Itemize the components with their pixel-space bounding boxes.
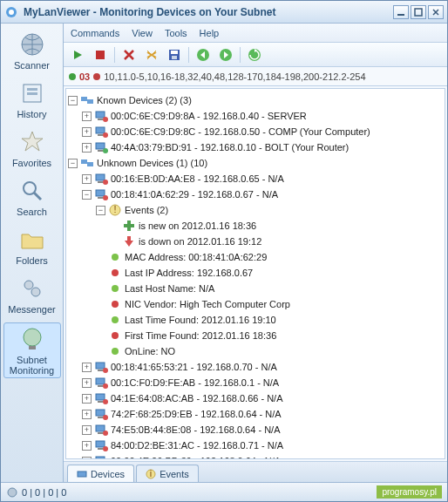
sidebar-item-scanner[interactable]: Scanner xyxy=(3,29,61,72)
tree-device-unknown[interactable]: +00:16:EB:0D:AA:E8 - 192.168.0.65 - N/A xyxy=(68,171,443,187)
tree-toggle[interactable]: + xyxy=(82,112,92,121)
row-text: Last Host Name: N/A xyxy=(125,283,214,294)
row-icon xyxy=(94,438,108,452)
row-icon xyxy=(94,109,108,123)
tree-toggle[interactable]: + xyxy=(82,363,92,372)
separator xyxy=(114,47,115,63)
tab-events[interactable]: i Events xyxy=(136,465,199,482)
tree-toggle[interactable]: + xyxy=(82,378,92,388)
row-text: 00:18:41:65:53:21 - 192.168.0.70 - N/A xyxy=(111,362,277,372)
refresh-button[interactable] xyxy=(246,46,263,64)
svg-point-10 xyxy=(24,281,33,289)
tree-event[interactable]: is down on 2012.01.16 19:12 xyxy=(68,234,443,249)
svg-rect-55 xyxy=(98,385,103,387)
sidebar: Scanner History Favorites Search Folders… xyxy=(1,24,64,482)
svg-rect-29 xyxy=(96,143,105,149)
row-text: 00:18:41:0A:62:29 - 192.168.0.67 - N/A xyxy=(111,189,278,200)
tree-toggle[interactable]: − xyxy=(68,96,78,105)
tree-device-unknown[interactable]: +04:1E:64:08:AC:AB - 192.168.0.66 - N/A xyxy=(68,390,443,406)
tab-devices[interactable]: Devices xyxy=(67,465,134,482)
row-text: 74:E5:0B:44:8E:08 - 192.168.0.64 - N/A xyxy=(111,424,280,435)
forward-button[interactable] xyxy=(217,46,234,64)
tree-events-group[interactable]: −!Events (2) xyxy=(68,202,443,218)
tree-toggle[interactable]: + xyxy=(82,441,92,451)
row-text: Known Devices (2) (3) xyxy=(97,95,192,105)
separator xyxy=(240,47,241,63)
tree-toggle[interactable]: + xyxy=(82,143,92,153)
svg-rect-16 xyxy=(171,51,178,54)
svg-rect-13 xyxy=(29,346,36,349)
svg-rect-60 xyxy=(96,410,105,416)
menu-view[interactable]: View xyxy=(132,28,153,38)
row-text: 00:0C:6E:C9:D9:8A - 192.168.0.40 - SERVE… xyxy=(111,111,307,121)
tree-toggle[interactable]: + xyxy=(82,425,92,435)
delete-button[interactable] xyxy=(120,46,138,64)
status-text: 0 | 0 | 0 | 0 xyxy=(22,487,66,498)
tree-device-selected[interactable]: −00:18:41:0A:62:29 - 192.168.0.67 - N/A xyxy=(68,187,443,202)
tree-property[interactable]: OnLine: NO xyxy=(68,343,443,359)
menu-tools[interactable]: Tools xyxy=(165,28,187,38)
tree-device-unknown[interactable]: +74:2F:68:25:D9:EB - 192.168.0.64 - N/A xyxy=(68,406,443,422)
tree-group-unknown[interactable]: −Unknown Devices (1) (10) xyxy=(68,155,443,171)
sidebar-item-folders[interactable]: Folders xyxy=(3,224,61,268)
svg-rect-23 xyxy=(96,112,105,118)
tree-toggle[interactable]: + xyxy=(82,457,92,460)
row-icon xyxy=(80,93,94,107)
tree-toggle[interactable]: + xyxy=(82,127,92,137)
tree-device-known[interactable]: +00:0C:6E:C9:D9:8C - 192.168.0.50 - COMP… xyxy=(68,124,443,139)
tree-toggle[interactable]: − xyxy=(82,190,92,200)
row-text: 00:0C:6E:C9:D9:8C - 192.168.0.50 - COMP … xyxy=(111,126,370,137)
stop-button[interactable] xyxy=(92,46,109,64)
sidebar-item-search[interactable]: Search xyxy=(3,175,61,219)
svg-rect-37 xyxy=(96,190,105,196)
row-icon xyxy=(108,266,122,280)
tree-property[interactable]: Last Host Name: N/A xyxy=(68,281,443,296)
iprange-prefix: 03 xyxy=(79,71,90,82)
menubar: Commands View Tools Help xyxy=(64,24,447,43)
menu-commands[interactable]: Commands xyxy=(71,28,119,38)
svg-point-49 xyxy=(112,332,119,339)
back-button[interactable] xyxy=(194,46,212,64)
svg-rect-63 xyxy=(96,425,105,431)
separator xyxy=(188,47,189,63)
tree-property[interactable]: Last Time Found: 2012.01.16 19:10 xyxy=(68,312,443,328)
tree-event[interactable]: is new on 2012.01.16 18:36 xyxy=(68,218,443,234)
tree-toggle[interactable]: + xyxy=(82,410,92,419)
tree-property[interactable]: MAC Address: 00:18:41:0A:62:29 xyxy=(68,249,443,265)
device-tree[interactable]: −Known Devices (2) (3)+00:0C:6E:C9:D9:8A… xyxy=(65,88,445,459)
tree-property[interactable]: NIC Vendor: High Tech Computer Corp xyxy=(68,296,443,312)
tree-device-unknown[interactable]: +00:18:41:65:53:21 - 192.168.0.70 - N/A xyxy=(68,359,443,375)
tree-device-known[interactable]: +40:4A:03:79:BD:91 - 192.168.0.10 - BOLT… xyxy=(68,139,443,155)
menu-help[interactable]: Help xyxy=(200,28,220,38)
clear-button[interactable] xyxy=(143,46,160,64)
start-button[interactable] xyxy=(69,46,86,64)
svg-text:i: i xyxy=(150,469,152,478)
close-button[interactable] xyxy=(428,5,444,19)
minimize-button[interactable] xyxy=(393,5,409,19)
tree-device-unknown[interactable]: +90:00:4E:26:BD:39 - 192.168.0.64 - N/A xyxy=(68,453,443,459)
save-button[interactable] xyxy=(166,46,183,64)
tree-property[interactable]: First Time Found: 2012.01.16 18:36 xyxy=(68,328,443,343)
tree-toggle[interactable]: + xyxy=(82,394,92,404)
row-text: Unknown Devices (1) (10) xyxy=(97,158,207,168)
svg-point-62 xyxy=(103,415,108,420)
tree-device-known[interactable]: +00:0C:6E:C9:D9:8A - 192.168.0.40 - SERV… xyxy=(68,108,443,124)
sidebar-item-messenger[interactable]: Messenger xyxy=(3,273,61,316)
sidebar-item-history[interactable]: History xyxy=(3,78,61,121)
tree-toggle[interactable]: + xyxy=(82,174,92,184)
sidebar-item-favorites[interactable]: Favorites xyxy=(3,126,61,170)
tree-group-known[interactable]: −Known Devices (2) (3) xyxy=(68,92,443,108)
row-icon xyxy=(122,219,136,233)
tree-device-unknown[interactable]: +74:E5:0B:44:8E:08 - 192.168.0.64 - N/A xyxy=(68,422,443,438)
tree-property[interactable]: Last IP Address: 192.168.0.67 xyxy=(68,265,443,281)
tree-toggle[interactable]: − xyxy=(68,159,78,168)
svg-point-44 xyxy=(112,254,119,261)
tree-device-unknown[interactable]: +00:1C:F0:D9:FE:AB - 192.168.0.1 - N/A xyxy=(68,375,443,390)
svg-point-8 xyxy=(24,182,36,194)
tree-toggle[interactable]: − xyxy=(96,206,105,215)
tree-device-unknown[interactable]: +84:00:D2:BE:31:AC - 192.168.0.71 - N/A xyxy=(68,438,443,453)
messenger-icon xyxy=(18,275,46,302)
sidebar-item-subnet-monitoring[interactable]: Subnet Monitoring xyxy=(3,322,61,378)
ip-range-bar: 03 10,11.0-5,10,16-18,32,40,48,128-170,1… xyxy=(64,67,447,86)
maximize-button[interactable] xyxy=(411,5,426,19)
